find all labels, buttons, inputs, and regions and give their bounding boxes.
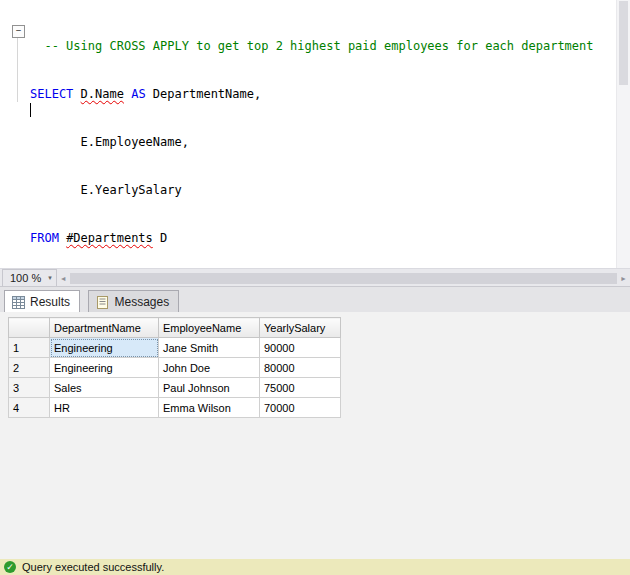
tab-results-label: Results bbox=[30, 295, 70, 309]
cell-department[interactable]: HR bbox=[50, 398, 159, 418]
text-cursor bbox=[30, 103, 31, 117]
scroll-left-icon[interactable]: ◄ bbox=[57, 275, 70, 282]
sql-text: E.EmployeeName, bbox=[30, 135, 189, 149]
code-line: SELECT D.Name AS DepartmentName, bbox=[30, 86, 594, 102]
cell-salary[interactable]: 90000 bbox=[260, 338, 341, 358]
row-number[interactable]: 2 bbox=[9, 358, 50, 378]
sql-keyword: AS bbox=[131, 87, 145, 101]
code-line: FROM #Departments D bbox=[30, 230, 594, 246]
tab-messages-label: Messages bbox=[114, 295, 169, 309]
results-grid[interactable]: DepartmentName EmployeeName YearlySalary… bbox=[8, 317, 341, 418]
cell-department[interactable]: Engineering bbox=[50, 358, 159, 378]
editor-vertical-scrollbar[interactable] bbox=[616, 0, 630, 268]
cell-employee[interactable]: John Doe bbox=[159, 358, 260, 378]
status-bar: ✓ Query executed successfully. bbox=[0, 559, 630, 575]
cell-department[interactable]: Engineering bbox=[50, 338, 159, 358]
column-header-yearlysalary[interactable]: YearlySalary bbox=[260, 318, 341, 338]
code-line: E.EmployeeName, bbox=[30, 134, 594, 150]
editor-horizontal-scrollbar[interactable]: ◄ ► bbox=[57, 269, 630, 287]
table-row: 3 Sales Paul Johnson 75000 bbox=[9, 378, 341, 398]
row-number[interactable]: 4 bbox=[9, 398, 50, 418]
scrollbar-thumb[interactable] bbox=[70, 273, 617, 284]
error-underlined-token: D.Name bbox=[81, 87, 124, 101]
table-row: 1 Engineering Jane Smith 90000 bbox=[9, 338, 341, 358]
code-line: -- Using CROSS APPLY to get top 2 highes… bbox=[30, 38, 594, 54]
tab-messages[interactable]: Messages bbox=[88, 290, 179, 314]
column-header-departmentname[interactable]: DepartmentName bbox=[50, 318, 159, 338]
cell-employee[interactable]: Paul Johnson bbox=[159, 378, 260, 398]
column-header-employeename[interactable]: EmployeeName bbox=[159, 318, 260, 338]
cell-salary[interactable]: 70000 bbox=[260, 398, 341, 418]
cell-salary[interactable]: 75000 bbox=[260, 378, 341, 398]
sql-keyword: FROM bbox=[30, 231, 66, 245]
sql-comment: -- Using CROSS APPLY to get top 2 highes… bbox=[30, 39, 594, 53]
tab-results[interactable]: Results bbox=[4, 290, 80, 314]
results-grid-icon bbox=[12, 296, 25, 309]
chevron-down-icon: ▾ bbox=[48, 274, 52, 282]
sql-text: DepartmentName, bbox=[146, 87, 262, 101]
zoom-value: 100 % bbox=[10, 272, 41, 284]
cell-salary[interactable]: 80000 bbox=[260, 358, 341, 378]
grid-header-row: DepartmentName EmployeeName YearlySalary bbox=[9, 318, 341, 338]
sql-text: E.YearlySalary bbox=[30, 183, 182, 197]
ssms-window: − -- Using CROSS APPLY to get top 2 high… bbox=[0, 0, 630, 575]
table-row: 4 HR Emma Wilson 70000 bbox=[9, 398, 341, 418]
cell-employee[interactable]: Emma Wilson bbox=[159, 398, 260, 418]
sql-keyword: SELECT bbox=[30, 87, 81, 101]
query-editor[interactable]: − -- Using CROSS APPLY to get top 2 high… bbox=[0, 0, 630, 268]
success-check-icon: ✓ bbox=[4, 561, 16, 573]
collapse-toggle-icon[interactable]: − bbox=[12, 25, 25, 38]
editor-bottom-bar: 100 % ▾ ◄ ► bbox=[0, 268, 630, 287]
row-number[interactable]: 3 bbox=[9, 378, 50, 398]
sql-text: D bbox=[153, 231, 167, 245]
cell-department[interactable]: Sales bbox=[50, 378, 159, 398]
zoom-dropdown[interactable]: 100 % ▾ bbox=[2, 269, 57, 287]
table-row: 2 Engineering John Doe 80000 bbox=[9, 358, 341, 378]
cell-employee[interactable]: Jane Smith bbox=[159, 338, 260, 358]
row-number[interactable]: 1 bbox=[9, 338, 50, 358]
grid-corner-cell[interactable] bbox=[9, 318, 50, 338]
code-line: E.YearlySalary bbox=[30, 182, 594, 198]
scroll-right-icon[interactable]: ► bbox=[617, 275, 630, 282]
messages-icon bbox=[96, 296, 109, 309]
error-underlined-token: #Departments bbox=[66, 231, 153, 245]
results-pane: DepartmentName EmployeeName YearlySalary… bbox=[0, 312, 630, 559]
outline-line bbox=[17, 38, 18, 102]
scrollbar-thumb[interactable] bbox=[619, 1, 628, 85]
status-message: Query executed successfully. bbox=[22, 561, 164, 573]
